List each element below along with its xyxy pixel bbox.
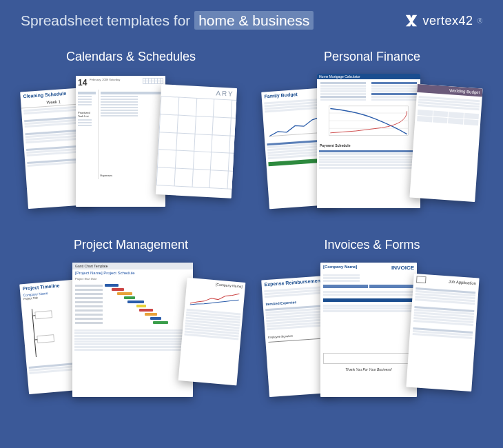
header: Spreadsheet templates for home & busines…: [0, 0, 503, 36]
sheet-month-calendar: ARY: [156, 84, 237, 198]
category-invoices: Invoices & Forms Expense Reimbursement I…: [262, 238, 482, 412]
task-list-label: Prioritized Task List: [78, 111, 96, 118]
category-title: Personal Finance: [324, 50, 420, 64]
trend-chart-icon: [185, 286, 245, 312]
sheet-title: Gantt Chart Template: [72, 263, 193, 269]
category-grid: Calendars & Schedules Cleaning Schedule …: [0, 36, 503, 426]
sheet-stack: Family Budget Home Mortgage Calculator: [265, 72, 479, 224]
sheet-stack: Project Timeline Company Name Project Ti…: [24, 261, 238, 412]
category-project: Project Management Project Timeline Comp…: [21, 238, 241, 412]
thank-you: Thank You For Your Business!: [320, 365, 417, 374]
day-date: February, 2009 Saturday: [90, 78, 120, 81]
svg-rect-6: [35, 311, 52, 319]
sheet-invoice: [Company Name] INVOICE Thank You For You…: [320, 263, 417, 397]
category-title: Invoices & Forms: [324, 238, 420, 252]
sheet-subtitle: [Project Name] Project Schedule: [72, 269, 193, 276]
sheet-gantt-chart: Gantt Chart Template [Project Name] Proj…: [72, 263, 193, 397]
sheet-job-application: Job Application: [406, 274, 479, 391]
category-calendars: Calendars & Schedules Cleaning Schedule …: [21, 50, 241, 224]
invoice-label: INVOICE: [391, 265, 414, 271]
sheet-stack: Expense Reimbursement Itemized Expenses …: [265, 261, 479, 412]
sheet-title: Job Application: [449, 279, 477, 285]
company-name: [Company Name]: [323, 265, 357, 271]
category-finance: Personal Finance Family Budget Home Mort…: [262, 50, 482, 224]
sheet-header-bar: Home Mortgage Calculator: [317, 74, 420, 79]
category-title: Project Management: [74, 238, 188, 252]
sheet-daily-planner: 14 February, 2009 Saturday Priorit: [76, 76, 165, 207]
category-title: Calendars & Schedules: [66, 50, 196, 64]
logo: vertex42®: [404, 13, 482, 28]
sheet-wedding-budget: Wedding Budget: [409, 84, 482, 202]
tagline-prefix: Spreadsheet templates for: [21, 12, 190, 28]
logo-text: vertex42: [423, 14, 473, 28]
start-date-label: Project Start Date: [72, 276, 193, 281]
payment-schedule-label: Payment Schedule: [317, 142, 420, 149]
tagline-highlight: home & business: [194, 11, 314, 30]
day-number: 14: [78, 78, 87, 88]
sheet-mortgage-calculator: Home Mortgage Calculator Payment Schedul…: [317, 74, 420, 208]
footer-label: Expenses: [101, 174, 164, 177]
tagline: Spreadsheet templates for home & busines…: [21, 12, 314, 29]
amortization-chart-icon: [317, 103, 420, 141]
svg-rect-7: [37, 335, 54, 343]
svg-line-0: [269, 132, 322, 136]
sheet-company-report: [Company Name]: [178, 278, 246, 386]
logo-reg: ®: [478, 17, 482, 25]
sheet-stack: Cleaning Schedule Week 1 14 February, 20…: [24, 72, 238, 224]
logo-icon: [404, 13, 419, 28]
